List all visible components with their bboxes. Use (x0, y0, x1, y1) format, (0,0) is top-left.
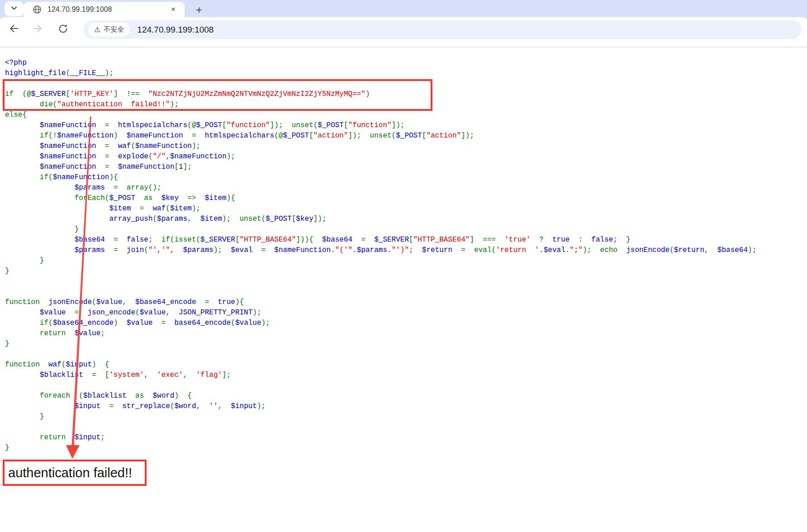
code-line (5, 79, 756, 89)
code-line (5, 276, 756, 287)
code-line: foreach ($blacklist as $word) { (5, 391, 756, 401)
tab-search-button[interactable] (5, 1, 24, 16)
back-button[interactable] (6, 22, 22, 37)
code-line: die("authentication failed!!"); (5, 100, 756, 110)
code-line (5, 380, 756, 391)
annotation-box-output: authentication failed!! (3, 460, 147, 486)
code-line: $input = str_replace($word, '', $input); (5, 401, 756, 412)
code-line: if (@$_SERVER['HTTP_KEY'] !== "Nzc2NTZjN… (5, 89, 756, 100)
code-line: $nameFunction = waf($nameFunction); (5, 141, 756, 152)
code-line: } (5, 266, 756, 276)
address-bar[interactable]: ⚠ 不安全 124.70.99.199:1008 (83, 20, 802, 39)
code-line: return $value; (5, 328, 756, 339)
code-line: $value = json_encode($value, JSON_PRETTY… (5, 308, 756, 318)
code-line (5, 287, 756, 297)
code-line: } (5, 443, 756, 453)
browser-toolbar: ⚠ 不安全 124.70.99.199:1008 (0, 17, 807, 48)
code-line: highlight_file(__FILE__); (5, 68, 756, 79)
code-line: $blacklist = ['system', 'exec', 'flag']; (5, 370, 756, 380)
code-line (5, 422, 756, 432)
reload-button[interactable] (55, 22, 71, 37)
code-line: if($nameFunction){ (5, 172, 756, 183)
code-line: $base64 = false; if(isset($_SERVER["HTTP… (5, 235, 756, 245)
globe-icon (33, 5, 42, 14)
code-line (5, 349, 756, 360)
tab-title: 124.70.99.199:1008 (47, 5, 168, 14)
php-source: <?phphighlight_file(__FILE__); if (@$_SE… (5, 58, 756, 453)
web-page-content: <?phphighlight_file(__FILE__); if (@$_SE… (0, 48, 807, 532)
code-line: function jsonEncode($value, $base64_enco… (5, 297, 756, 308)
back-arrow-icon (8, 23, 20, 36)
browser-tab[interactable]: 124.70.99.199:1008 × (24, 2, 185, 17)
forward-arrow-icon (32, 23, 43, 36)
code-line: array_push($params, $item); unset($_POST… (5, 214, 756, 224)
tab-close-button[interactable]: × (168, 5, 178, 14)
url-text[interactable]: 124.70.99.199:1008 (137, 25, 214, 35)
code-line: } (5, 224, 756, 235)
code-line: forEach($_POST as $key => $item){ (5, 193, 756, 204)
code-line: $nameFunction = explode("/",$nameFunctio… (5, 152, 756, 162)
new-tab-button[interactable]: + (193, 4, 205, 16)
code-line: return $input; (5, 432, 756, 443)
code-line: } (5, 412, 756, 422)
code-line: if(!$nameFunction) $nameFunction = htmls… (5, 131, 756, 141)
code-line: if($base64_encode) $value = base64_encod… (5, 318, 756, 328)
warning-triangle-icon: ⚠ (94, 26, 100, 33)
chevron-down-icon (10, 5, 18, 13)
reload-icon (57, 23, 69, 36)
code-line: <?php (5, 58, 756, 68)
die-output-text: authentication failed!! (8, 466, 132, 480)
code-line: $params = join("','", $params); $eval = … (5, 245, 756, 256)
code-line: $nameFunction = $nameFunction[1]; (5, 162, 756, 172)
site-security-chip[interactable]: ⚠ 不安全 (88, 23, 130, 37)
code-line: } (5, 339, 756, 349)
code-line: else{ (5, 110, 756, 120)
code-line: } (5, 256, 756, 266)
security-chip-label: 不安全 (104, 25, 124, 34)
code-line: function waf($input) { (5, 360, 756, 370)
forward-button[interactable] (30, 22, 45, 37)
code-line: $params = array(); (5, 183, 756, 193)
code-line: $nameFunction = htmlspecialchars(@$_POST… (5, 120, 756, 131)
code-line: $item = waf($item); (5, 204, 756, 214)
